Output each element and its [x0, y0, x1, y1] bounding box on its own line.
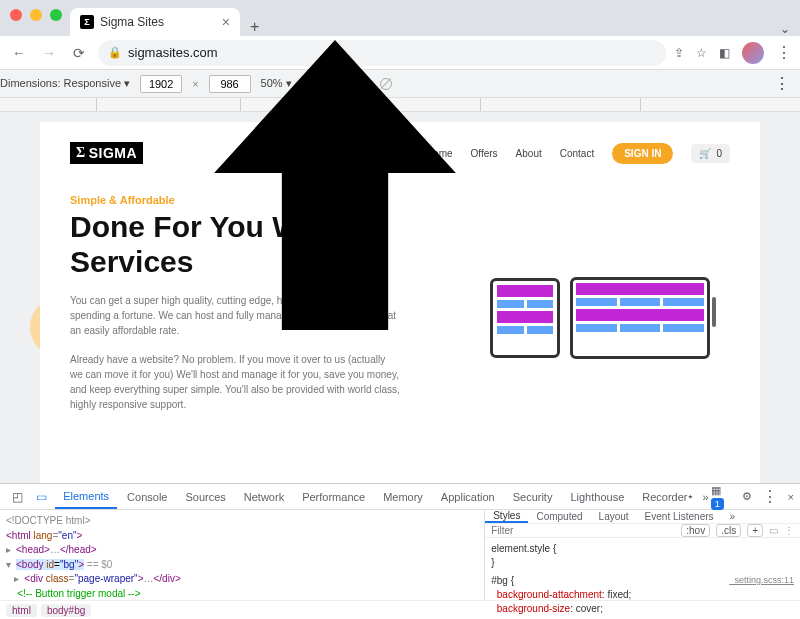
hero-paragraph-1: You can get a super high quality, cuttin…	[70, 293, 400, 338]
cls-toggle[interactable]: .cls	[716, 524, 741, 537]
nav-offers[interactable]: Offers	[471, 148, 498, 159]
sigma-icon: Σ	[76, 145, 86, 161]
window-close-icon[interactable]	[10, 9, 22, 21]
hero-illustration	[490, 224, 730, 412]
forward-button: →	[38, 45, 60, 61]
device-toolbar: Dimensions: Responsive ▾ × 50% ▾ No thro…	[0, 70, 800, 98]
tab-recorder[interactable]: Recorder ⭑	[634, 484, 700, 509]
tab-network[interactable]: Network	[236, 484, 292, 509]
site-header: Σ SIGMA Home Offers About Contact SIGN I…	[70, 142, 730, 164]
logo-text: SIGMA	[89, 145, 137, 161]
share-icon[interactable]: ⇪	[674, 46, 684, 60]
new-rule-button[interactable]: +	[747, 524, 763, 537]
tab-sources[interactable]: Sources	[177, 484, 233, 509]
tab-performance[interactable]: Performance	[294, 484, 373, 509]
tablet-illustration	[490, 278, 560, 358]
nav-home[interactable]: Home	[426, 148, 453, 159]
crumb-body[interactable]: body#bg	[41, 604, 91, 617]
bookmark-icon[interactable]: ☆	[696, 46, 707, 60]
hero-paragraph-2: Already have a website? No problem. If y…	[70, 352, 400, 412]
elements-tree[interactable]: <!DOCTYPE html> <html lang="en"> ▸<head>…	[0, 510, 484, 600]
back-button[interactable]: ←	[8, 45, 30, 61]
tabs-overflow-icon[interactable]: »	[703, 491, 709, 503]
extensions-icon[interactable]: ◧	[719, 46, 730, 60]
styles-pane: Styles Computed Layout Event Listeners »…	[484, 510, 800, 600]
window-maximize-icon[interactable]	[50, 9, 62, 21]
device-toolbar-menu-icon[interactable]: ⋮	[774, 74, 790, 93]
source-link[interactable]: _setting.scss:11	[729, 574, 794, 587]
tab-memory[interactable]: Memory	[375, 484, 431, 509]
styles-tab-event[interactable]: Event Listeners	[637, 510, 722, 523]
device-mode-icon[interactable]: ▭	[31, 490, 54, 504]
nav-contact[interactable]: Contact	[560, 148, 594, 159]
scroll-handle-icon[interactable]	[712, 297, 716, 327]
favicon-icon: Σ	[80, 15, 94, 29]
url-text: sigmasites.com	[128, 45, 218, 60]
zoom-dropdown[interactable]: 50% ▾	[261, 77, 292, 90]
tab-title: Sigma Sites	[100, 15, 216, 29]
tab-security[interactable]: Security	[505, 484, 561, 509]
reload-button[interactable]: ⟳	[68, 45, 90, 61]
hero-headline: Done For You Web Services	[70, 210, 490, 279]
window-minimize-icon[interactable]	[30, 9, 42, 21]
styles-pane-more-icon[interactable]: ⋮	[784, 525, 794, 536]
tab-console[interactable]: Console	[119, 484, 175, 509]
cart-count: 0	[716, 148, 722, 159]
styles-tab-computed[interactable]: Computed	[528, 510, 590, 523]
site-nav: Home Offers About Contact SIGN IN 🛒 0	[426, 143, 730, 164]
site-logo[interactable]: Σ SIGMA	[70, 142, 143, 164]
styles-tab-layout[interactable]: Layout	[591, 510, 637, 523]
dimensions-dropdown[interactable]: Dimensions: Responsive ▾	[0, 77, 130, 90]
styles-tab-styles[interactable]: Styles	[485, 510, 528, 523]
profile-avatar[interactable]	[742, 42, 764, 64]
issues-badge[interactable]: ▦ 1	[711, 484, 732, 509]
devtools-close-icon[interactable]: ×	[788, 491, 794, 503]
throttling-dropdown[interactable]: No throttling ▾	[302, 77, 370, 90]
browser-menu-icon[interactable]: ⋮	[776, 43, 792, 62]
hov-toggle[interactable]: :hov	[681, 524, 710, 537]
styles-pane-menu-icon[interactable]: ▭	[769, 525, 778, 536]
hero-tagline: Simple & Affordable	[70, 194, 490, 206]
devtools-menu-icon[interactable]: ⋮	[762, 487, 778, 506]
new-tab-button[interactable]: +	[250, 18, 259, 36]
rotate-icon[interactable]	[380, 78, 392, 90]
sign-in-button[interactable]: SIGN IN	[612, 143, 673, 164]
tab-close-icon[interactable]: ×	[222, 14, 230, 30]
page-viewport: Σ SIGMA Home Offers About Contact SIGN I…	[0, 112, 800, 492]
crumb-html[interactable]: html	[6, 604, 37, 617]
lock-icon: 🔒	[108, 46, 122, 59]
viewport-height-input[interactable]	[209, 75, 251, 93]
browser-tab[interactable]: Σ Sigma Sites ×	[70, 8, 240, 36]
tabs-overflow-icon[interactable]: ⌄	[780, 22, 790, 36]
address-bar[interactable]: 🔒 sigmasites.com	[98, 40, 666, 66]
tab-lighthouse[interactable]: Lighthouse	[562, 484, 632, 509]
cart-icon: 🛒	[699, 148, 711, 159]
breadcrumb: html body#bg	[0, 600, 800, 619]
laptop-illustration	[570, 277, 710, 359]
devtools-panel: ◰ ▭ Elements Console Sources Network Per…	[0, 483, 800, 619]
nav-about[interactable]: About	[516, 148, 542, 159]
dimension-separator: ×	[192, 78, 198, 90]
styles-filter-input[interactable]	[491, 525, 675, 536]
settings-icon[interactable]: ⚙	[742, 490, 752, 503]
tab-elements[interactable]: Elements	[55, 484, 117, 509]
tab-application[interactable]: Application	[433, 484, 503, 509]
cart-button[interactable]: 🛒 0	[691, 144, 730, 163]
inspect-icon[interactable]: ◰	[6, 490, 29, 504]
ruler	[0, 98, 800, 112]
browser-chrome: Σ Sigma Sites × + ⌄ ← → ⟳ 🔒 sigmasites.c…	[0, 0, 800, 70]
styles-tabs-overflow-icon[interactable]: »	[722, 510, 744, 523]
viewport-width-input[interactable]	[140, 75, 182, 93]
